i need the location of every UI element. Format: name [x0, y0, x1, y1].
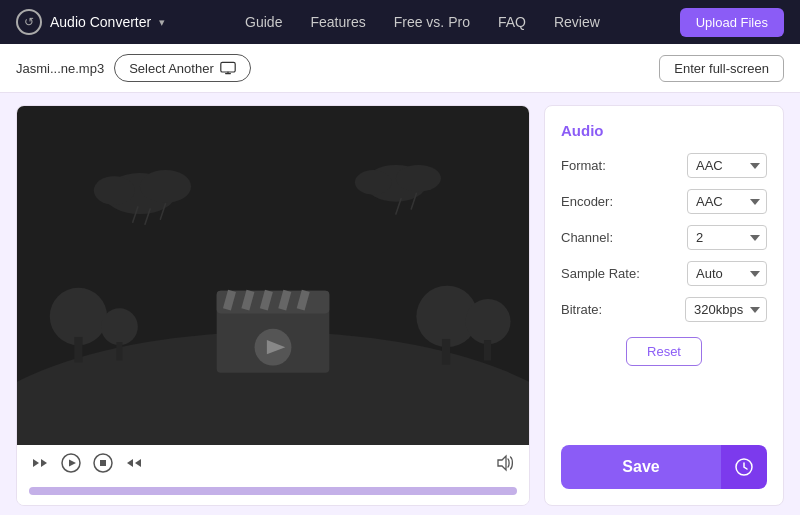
encoder-label: Encoder:	[561, 194, 613, 209]
nav-review[interactable]: Review	[554, 14, 600, 30]
rewind-icon	[31, 455, 49, 471]
file-name: Jasmi...ne.mp3	[16, 61, 104, 76]
volume-icon	[495, 454, 515, 472]
monitor-icon	[220, 60, 236, 76]
scene-illustration	[17, 106, 529, 445]
video-area	[17, 106, 529, 445]
svg-rect-34	[100, 460, 106, 466]
nav-guide[interactable]: Guide	[245, 14, 282, 30]
svg-point-9	[466, 299, 511, 344]
play-icon	[61, 453, 81, 473]
format-select[interactable]: AAC MP3 WAV FLAC OGG	[687, 153, 767, 178]
format-label: Format:	[561, 158, 606, 173]
logo-icon: ↺	[16, 9, 42, 35]
svg-rect-8	[442, 339, 450, 365]
svg-point-12	[140, 170, 191, 203]
panel-title: Audio	[561, 122, 767, 139]
clock-icon	[735, 458, 753, 476]
svg-point-13	[94, 176, 135, 205]
svg-point-3	[50, 288, 107, 345]
bitrate-label: Bitrate:	[561, 302, 602, 317]
svg-line-24	[227, 291, 232, 309]
bitrate-row: Bitrate: 128kbps 192kbps 256kbps 320kbps	[561, 297, 767, 322]
svg-line-28	[301, 291, 306, 309]
format-row: Format: AAC MP3 WAV FLAC OGG	[561, 153, 767, 178]
svg-line-27	[282, 291, 287, 309]
nav: Guide Features Free vs. Pro FAQ Review	[197, 14, 648, 30]
stop-button[interactable]	[93, 453, 113, 473]
select-another-label: Select Another	[129, 61, 214, 76]
player-panel	[16, 105, 530, 506]
sample-rate-row: Sample Rate: Auto 44100 48000	[561, 261, 767, 286]
header: ↺ Audio Converter ▾ Guide Features Free …	[0, 0, 800, 44]
logo-arrow: ▾	[159, 16, 165, 29]
save-options-button[interactable]	[721, 445, 767, 489]
svg-point-16	[355, 170, 392, 195]
channel-label: Channel:	[561, 230, 613, 245]
play-button[interactable]	[61, 453, 81, 473]
channel-select[interactable]: 1 2 4	[687, 225, 767, 250]
fast-forward-icon	[125, 455, 143, 471]
save-row: Save	[561, 445, 767, 489]
svg-point-5	[101, 308, 138, 345]
sample-rate-select[interactable]: Auto 44100 48000	[687, 261, 767, 286]
encoder-row: Encoder: AAC MP3	[561, 189, 767, 214]
select-another-button[interactable]: Select Another	[114, 54, 251, 82]
nav-features[interactable]: Features	[310, 14, 365, 30]
toolbar-left: Jasmi...ne.mp3 Select Another	[16, 54, 251, 82]
encoder-select[interactable]: AAC MP3	[687, 189, 767, 214]
toolbar: Jasmi...ne.mp3 Select Another Enter full…	[0, 44, 800, 93]
svg-rect-0	[221, 62, 235, 72]
fullscreen-button[interactable]: Enter full-screen	[659, 55, 784, 82]
stop-icon	[93, 453, 113, 473]
volume-control[interactable]	[495, 454, 515, 472]
sample-rate-label: Sample Rate:	[561, 266, 640, 281]
save-button[interactable]: Save	[561, 445, 721, 489]
reset-button[interactable]: Reset	[626, 337, 702, 366]
logo[interactable]: ↺ Audio Converter ▾	[16, 9, 165, 35]
logo-text: Audio Converter	[50, 14, 151, 30]
svg-rect-6	[116, 342, 122, 360]
nav-faq[interactable]: FAQ	[498, 14, 526, 30]
svg-marker-32	[69, 460, 76, 467]
fast-forward-button[interactable]	[125, 455, 143, 471]
main-content: Audio Format: AAC MP3 WAV FLAC OGG Encod…	[0, 93, 800, 515]
bitrate-select[interactable]: 128kbps 192kbps 256kbps 320kbps	[685, 297, 767, 322]
progress-bar-container[interactable]	[17, 481, 529, 505]
rewind-button[interactable]	[31, 455, 49, 471]
svg-point-15	[396, 165, 441, 192]
svg-line-26	[264, 291, 269, 309]
settings-panel: Audio Format: AAC MP3 WAV FLAC OGG Encod…	[544, 105, 784, 506]
svg-line-25	[245, 291, 250, 309]
nav-free-vs-pro[interactable]: Free vs. Pro	[394, 14, 470, 30]
progress-bar[interactable]	[29, 487, 517, 495]
controls-bar	[17, 445, 529, 481]
svg-rect-10	[484, 340, 491, 360]
svg-rect-4	[74, 337, 82, 363]
upload-files-button[interactable]: Upload Files	[680, 8, 784, 37]
channel-row: Channel: 1 2 4	[561, 225, 767, 250]
